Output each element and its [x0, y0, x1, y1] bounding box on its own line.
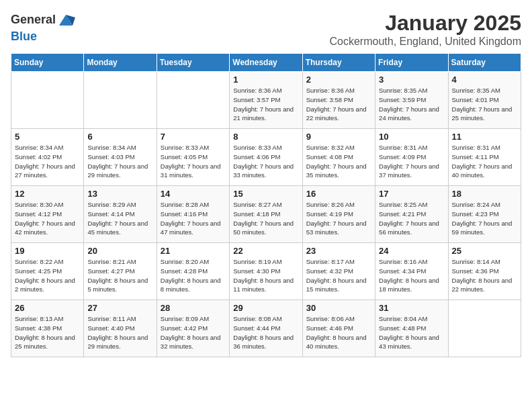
calendar-cell: 18Sunrise: 8:24 AM Sunset: 4:23 PM Dayli… [448, 186, 521, 243]
title-area: January 2025 Cockermouth, England, Unite… [330, 11, 522, 48]
calendar-cell: 22Sunrise: 8:19 AM Sunset: 4:30 PM Dayli… [230, 243, 302, 300]
calendar-cell: 28Sunrise: 8:09 AM Sunset: 4:42 PM Dayli… [157, 300, 229, 357]
day-number: 5 [15, 132, 80, 142]
day-number: 7 [161, 132, 226, 142]
day-number: 23 [306, 246, 371, 256]
day-info: Sunrise: 8:20 AM Sunset: 4:28 PM Dayligh… [161, 257, 226, 294]
day-number: 14 [161, 189, 226, 199]
calendar-cell: 3Sunrise: 8:35 AM Sunset: 3:59 PM Daylig… [375, 72, 448, 129]
calendar-cell [84, 72, 157, 129]
calendar-cell: 8Sunrise: 8:33 AM Sunset: 4:06 PM Daylig… [230, 129, 302, 186]
day-info: Sunrise: 8:25 AM Sunset: 4:21 PM Dayligh… [379, 200, 444, 237]
calendar-cell: 23Sunrise: 8:17 AM Sunset: 4:32 PM Dayli… [302, 243, 375, 300]
day-info: Sunrise: 8:19 AM Sunset: 4:30 PM Dayligh… [233, 257, 298, 294]
day-info: Sunrise: 8:35 AM Sunset: 4:01 PM Dayligh… [452, 86, 517, 123]
calendar-table: SundayMondayTuesdayWednesdayThursdayFrid… [11, 53, 521, 357]
day-number: 6 [87, 132, 152, 142]
day-info: Sunrise: 8:26 AM Sunset: 4:19 PM Dayligh… [306, 200, 371, 237]
day-number: 30 [306, 303, 371, 313]
day-info: Sunrise: 8:36 AM Sunset: 3:57 PM Dayligh… [233, 86, 298, 123]
day-number: 21 [161, 246, 226, 256]
day-number: 1 [233, 75, 298, 85]
day-number: 27 [87, 303, 152, 313]
logo: General Blue [11, 11, 76, 44]
calendar-cell: 14Sunrise: 8:28 AM Sunset: 4:16 PM Dayli… [157, 186, 229, 243]
day-number: 24 [379, 246, 444, 256]
logo-blue: Blue [11, 30, 37, 43]
logo-icon [56, 11, 75, 30]
calendar-cell [448, 300, 521, 357]
calendar-cell: 9Sunrise: 8:32 AM Sunset: 4:08 PM Daylig… [302, 129, 375, 186]
calendar-cell: 11Sunrise: 8:31 AM Sunset: 4:11 PM Dayli… [448, 129, 521, 186]
day-number: 4 [452, 75, 517, 85]
day-info: Sunrise: 8:09 AM Sunset: 4:42 PM Dayligh… [161, 314, 226, 351]
day-number: 9 [306, 132, 371, 142]
day-info: Sunrise: 8:29 AM Sunset: 4:14 PM Dayligh… [87, 200, 152, 237]
calendar-cell: 13Sunrise: 8:29 AM Sunset: 4:14 PM Dayli… [84, 186, 157, 243]
calendar-cell: 2Sunrise: 8:36 AM Sunset: 3:58 PM Daylig… [302, 72, 375, 129]
day-info: Sunrise: 8:30 AM Sunset: 4:12 PM Dayligh… [15, 200, 80, 237]
column-header-monday: Monday [84, 54, 157, 72]
day-number: 20 [87, 246, 152, 256]
day-info: Sunrise: 8:13 AM Sunset: 4:38 PM Dayligh… [15, 314, 80, 351]
calendar-cell: 19Sunrise: 8:22 AM Sunset: 4:25 PM Dayli… [11, 243, 84, 300]
calendar-cell [157, 72, 229, 129]
day-number: 8 [233, 132, 298, 142]
calendar-cell: 26Sunrise: 8:13 AM Sunset: 4:38 PM Dayli… [11, 300, 84, 357]
day-number: 29 [233, 303, 298, 313]
column-header-saturday: Saturday [448, 54, 521, 72]
day-number: 19 [15, 246, 80, 256]
day-number: 3 [379, 75, 444, 85]
calendar-cell: 4Sunrise: 8:35 AM Sunset: 4:01 PM Daylig… [448, 72, 521, 129]
calendar-cell: 16Sunrise: 8:26 AM Sunset: 4:19 PM Dayli… [302, 186, 375, 243]
day-number: 26 [15, 303, 80, 313]
day-number: 2 [306, 75, 371, 85]
calendar-cell: 27Sunrise: 8:11 AM Sunset: 4:40 PM Dayli… [84, 300, 157, 357]
day-info: Sunrise: 8:14 AM Sunset: 4:36 PM Dayligh… [452, 257, 517, 294]
day-number: 18 [452, 189, 517, 199]
day-info: Sunrise: 8:32 AM Sunset: 4:08 PM Dayligh… [306, 143, 371, 180]
column-header-sunday: Sunday [11, 54, 84, 72]
column-header-friday: Friday [375, 54, 448, 72]
month-title: January 2025 [330, 11, 522, 36]
day-info: Sunrise: 8:04 AM Sunset: 4:48 PM Dayligh… [379, 314, 444, 351]
day-number: 28 [161, 303, 226, 313]
day-number: 13 [87, 189, 152, 199]
day-info: Sunrise: 8:22 AM Sunset: 4:25 PM Dayligh… [15, 257, 80, 294]
calendar-week-row: 12Sunrise: 8:30 AM Sunset: 4:12 PM Dayli… [11, 186, 521, 243]
calendar-header-row: SundayMondayTuesdayWednesdayThursdayFrid… [11, 54, 521, 72]
day-info: Sunrise: 8:35 AM Sunset: 3:59 PM Dayligh… [379, 86, 444, 123]
calendar-week-row: 26Sunrise: 8:13 AM Sunset: 4:38 PM Dayli… [11, 300, 521, 357]
calendar-cell: 6Sunrise: 8:34 AM Sunset: 4:03 PM Daylig… [84, 129, 157, 186]
calendar-cell: 29Sunrise: 8:08 AM Sunset: 4:44 PM Dayli… [230, 300, 302, 357]
calendar-cell: 1Sunrise: 8:36 AM Sunset: 3:57 PM Daylig… [230, 72, 302, 129]
day-info: Sunrise: 8:33 AM Sunset: 4:05 PM Dayligh… [161, 143, 226, 180]
day-info: Sunrise: 8:34 AM Sunset: 4:03 PM Dayligh… [87, 143, 152, 180]
day-info: Sunrise: 8:17 AM Sunset: 4:32 PM Dayligh… [306, 257, 371, 294]
calendar-cell: 17Sunrise: 8:25 AM Sunset: 4:21 PM Dayli… [375, 186, 448, 243]
calendar-cell: 7Sunrise: 8:33 AM Sunset: 4:05 PM Daylig… [157, 129, 229, 186]
day-info: Sunrise: 8:21 AM Sunset: 4:27 PM Dayligh… [87, 257, 152, 294]
day-number: 11 [452, 132, 517, 142]
day-number: 16 [306, 189, 371, 199]
day-info: Sunrise: 8:16 AM Sunset: 4:34 PM Dayligh… [379, 257, 444, 294]
day-number: 15 [233, 189, 298, 199]
header: General Blue January 2025 Cockermouth, E… [11, 11, 521, 48]
calendar-cell: 15Sunrise: 8:27 AM Sunset: 4:18 PM Dayli… [230, 186, 302, 243]
day-number: 10 [379, 132, 444, 142]
calendar-cell [11, 72, 84, 129]
day-info: Sunrise: 8:24 AM Sunset: 4:23 PM Dayligh… [452, 200, 517, 237]
day-info: Sunrise: 8:31 AM Sunset: 4:11 PM Dayligh… [452, 143, 517, 180]
calendar-cell: 12Sunrise: 8:30 AM Sunset: 4:12 PM Dayli… [11, 186, 84, 243]
logo-general: General [11, 13, 56, 26]
day-info: Sunrise: 8:06 AM Sunset: 4:46 PM Dayligh… [306, 314, 371, 351]
calendar-cell: 20Sunrise: 8:21 AM Sunset: 4:27 PM Dayli… [84, 243, 157, 300]
day-info: Sunrise: 8:27 AM Sunset: 4:18 PM Dayligh… [233, 200, 298, 237]
day-number: 31 [379, 303, 444, 313]
calendar-week-row: 5Sunrise: 8:34 AM Sunset: 4:02 PM Daylig… [11, 129, 521, 186]
calendar-week-row: 19Sunrise: 8:22 AM Sunset: 4:25 PM Dayli… [11, 243, 521, 300]
calendar-cell: 30Sunrise: 8:06 AM Sunset: 4:46 PM Dayli… [302, 300, 375, 357]
day-info: Sunrise: 8:28 AM Sunset: 4:16 PM Dayligh… [161, 200, 226, 237]
day-info: Sunrise: 8:31 AM Sunset: 4:09 PM Dayligh… [379, 143, 444, 180]
day-info: Sunrise: 8:11 AM Sunset: 4:40 PM Dayligh… [87, 314, 152, 351]
